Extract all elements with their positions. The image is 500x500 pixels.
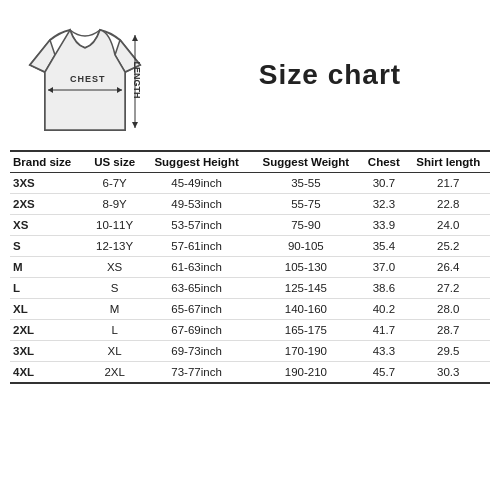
- table-row: 2XLL67-69inch165-17541.728.7: [10, 320, 490, 341]
- col-suggest-height: Suggest Height: [143, 151, 251, 173]
- table-row: MXS61-63inch105-13037.026.4: [10, 257, 490, 278]
- table-cell: XS: [10, 215, 87, 236]
- table-cell: 57-61inch: [143, 236, 251, 257]
- table-cell: 27.2: [407, 278, 491, 299]
- table-cell: 38.6: [361, 278, 406, 299]
- svg-marker-6: [132, 122, 138, 128]
- table-cell: XL: [10, 299, 87, 320]
- table-cell: 35.4: [361, 236, 406, 257]
- title-area: Size chart: [170, 59, 490, 91]
- table-cell: 24.0: [407, 215, 491, 236]
- table-cell: 165-175: [251, 320, 362, 341]
- table-cell: 61-63inch: [143, 257, 251, 278]
- table-cell: 55-75: [251, 194, 362, 215]
- svg-text:LENGTH: LENGTH: [132, 62, 142, 99]
- col-shirt-length: Shirt length: [407, 151, 491, 173]
- table-cell: 63-65inch: [143, 278, 251, 299]
- table-cell: 75-90: [251, 215, 362, 236]
- table-cell: 73-77inch: [143, 362, 251, 384]
- table-cell: 12-13Y: [87, 236, 143, 257]
- svg-text:CHEST: CHEST: [70, 74, 106, 84]
- table-cell: XS: [87, 257, 143, 278]
- table-cell: 190-210: [251, 362, 362, 384]
- table-cell: 140-160: [251, 299, 362, 320]
- col-suggest-weight: Suggest Weight: [251, 151, 362, 173]
- table-cell: 21.7: [407, 173, 491, 194]
- table-cell: M: [10, 257, 87, 278]
- table-cell: 35-55: [251, 173, 362, 194]
- table-cell: 90-105: [251, 236, 362, 257]
- table-cell: 40.2: [361, 299, 406, 320]
- table-row: XS10-11Y53-57inch75-9033.924.0: [10, 215, 490, 236]
- table-cell: 33.9: [361, 215, 406, 236]
- table-cell: 105-130: [251, 257, 362, 278]
- main-container: CHEST LENGTH Size chart Brand: [0, 0, 500, 500]
- table-cell: 53-57inch: [143, 215, 251, 236]
- table-cell: 4XL: [10, 362, 87, 384]
- col-brand-size: Brand size: [10, 151, 87, 173]
- table-header-row: Brand size US size Suggest Height Sugges…: [10, 151, 490, 173]
- table-cell: 67-69inch: [143, 320, 251, 341]
- table-cell: S: [87, 278, 143, 299]
- page-title: Size chart: [259, 59, 401, 91]
- top-section: CHEST LENGTH Size chart: [10, 10, 490, 140]
- table-cell: 2XL: [10, 320, 87, 341]
- table-cell: 26.4: [407, 257, 491, 278]
- table-cell: 29.5: [407, 341, 491, 362]
- col-chest: Chest: [361, 151, 406, 173]
- table-row: 3XS6-7Y45-49inch35-5530.721.7: [10, 173, 490, 194]
- table-cell: 30.7: [361, 173, 406, 194]
- table-cell: L: [87, 320, 143, 341]
- table-cell: S: [10, 236, 87, 257]
- table-row: 3XLXL69-73inch170-19043.329.5: [10, 341, 490, 362]
- table-cell: 125-145: [251, 278, 362, 299]
- table-row: 4XL2XL73-77inch190-21045.730.3: [10, 362, 490, 384]
- table-cell: 2XL: [87, 362, 143, 384]
- table-row: S12-13Y57-61inch90-10535.425.2: [10, 236, 490, 257]
- table-row: XLM65-67inch140-16040.228.0: [10, 299, 490, 320]
- size-chart-table: Brand size US size Suggest Height Sugges…: [10, 150, 490, 384]
- table-cell: 3XL: [10, 341, 87, 362]
- table-cell: 32.3: [361, 194, 406, 215]
- table-cell: 6-7Y: [87, 173, 143, 194]
- table-cell: M: [87, 299, 143, 320]
- table-cell: XL: [87, 341, 143, 362]
- table-cell: 37.0: [361, 257, 406, 278]
- table-cell: 30.3: [407, 362, 491, 384]
- table-cell: 43.3: [361, 341, 406, 362]
- table-cell: 49-53inch: [143, 194, 251, 215]
- table-cell: 10-11Y: [87, 215, 143, 236]
- svg-marker-5: [132, 35, 138, 41]
- table-cell: 22.8: [407, 194, 491, 215]
- table-row: LS63-65inch125-14538.627.2: [10, 278, 490, 299]
- table-cell: L: [10, 278, 87, 299]
- table-cell: 41.7: [361, 320, 406, 341]
- table-cell: 170-190: [251, 341, 362, 362]
- table-cell: 3XS: [10, 173, 87, 194]
- table-cell: 28.0: [407, 299, 491, 320]
- table-cell: 45-49inch: [143, 173, 251, 194]
- table-cell: 8-9Y: [87, 194, 143, 215]
- table-cell: 28.7: [407, 320, 491, 341]
- shirt-diagram: CHEST LENGTH: [10, 10, 170, 140]
- table-row: 2XS8-9Y49-53inch55-7532.322.8: [10, 194, 490, 215]
- table-cell: 25.2: [407, 236, 491, 257]
- col-us-size: US size: [87, 151, 143, 173]
- table-cell: 45.7: [361, 362, 406, 384]
- table-cell: 2XS: [10, 194, 87, 215]
- table-cell: 69-73inch: [143, 341, 251, 362]
- table-cell: 65-67inch: [143, 299, 251, 320]
